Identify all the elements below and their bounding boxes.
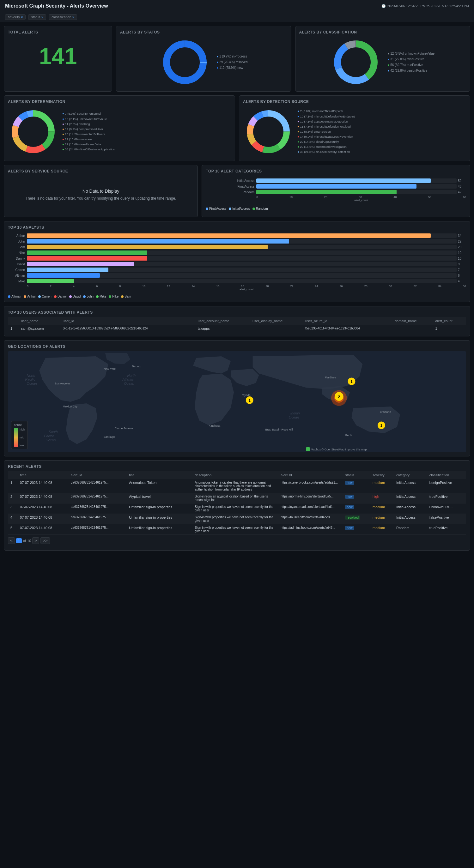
users-col-domain: domain_name <box>392 317 433 325</box>
svg-text:Ocean: Ocean <box>46 438 56 442</box>
svg-text:2: 2 <box>338 395 340 399</box>
alerts-by-classification-title: Alerts by Classification <box>299 30 466 34</box>
panel-top10-analysts: Top 10 Analysts Arthur 34 John 22 Sam 20 <box>4 221 470 302</box>
status-legend-1: ● 1 (0.7%) inProgress <box>216 54 247 59</box>
detect-legend-2: ● 10 (7.1%) microsoftDefenderForEndpoint <box>297 114 355 119</box>
users-col-userid: user_id <box>60 317 195 325</box>
header: Microsoft Graph Security - Alerts Overvi… <box>0 0 474 12</box>
table-row: 5 07-07-2023 14:40:08 da6378687514234619… <box>8 524 466 535</box>
users-col-account: user_account_name <box>195 317 250 325</box>
svg-text:Brisbane: Brisbane <box>380 410 391 413</box>
count-gradient <box>14 428 18 447</box>
svg-text:Ocean: Ocean <box>124 381 134 385</box>
service-source-title: Alerts by Service Source <box>8 169 194 174</box>
col-description: description <box>192 471 278 479</box>
filter-classification[interactable]: classification <box>49 14 77 20</box>
pagination-current: 1 <box>16 538 22 543</box>
detect-legend-5: ● 12 (8.5%) smartScreen <box>297 129 355 134</box>
table-row: 1 07-07-2023 14:40:08 da6378687514234619… <box>8 479 466 493</box>
col-time: time <box>18 471 68 479</box>
row-2: Alerts by Determination <box>4 95 470 161</box>
svg-text:Toronto: Toronto <box>132 365 141 368</box>
total-alerts-title: Total Alerts <box>8 30 108 34</box>
svg-text:Los Angeles: Los Angeles <box>55 382 70 385</box>
recent-alerts-title: Recent Alerts <box>8 464 466 469</box>
geo-locations-title: Geo Locations of Alerts <box>8 344 466 349</box>
analyst-bar-arthur: Arthur 34 <box>8 234 466 238</box>
determ-legend-1: ● 7 (5.0%) securityPersonnel <box>62 111 115 116</box>
svg-text:North: North <box>27 374 35 377</box>
detect-legend-9: ● 35 (24.8%) azureAdIdentityProtection <box>297 149 355 154</box>
analyst-bar-danny: Danny 10 <box>8 256 466 260</box>
class-legend-1: ● 12 (8.5%) unknownFutureValue <box>387 51 435 57</box>
col-title: title <box>126 471 192 479</box>
svg-point-27 <box>254 117 283 146</box>
svg-text:Indian: Indian <box>290 411 300 415</box>
panel-total-alerts: Total Alerts 141 <box>4 26 112 92</box>
svg-text:South: South <box>49 430 58 434</box>
filter-severity[interactable]: severity <box>5 14 26 20</box>
col-status: status <box>343 471 370 479</box>
map-area: North Pacific Ocean North Atlantic Ocean… <box>8 351 466 452</box>
panel-alerts-by-service: Alerts by Service Source No Data to Disp… <box>4 165 198 217</box>
svg-point-3 <box>170 48 199 77</box>
page-title: Microsoft Graph Security - Alerts Overvi… <box>5 3 108 9</box>
svg-text:Kinshasa: Kinshasa <box>209 424 220 427</box>
svg-text:Atlantic: Atlantic <box>122 377 134 381</box>
svg-point-17 <box>19 117 48 146</box>
determ-legend-7: ● 22 (15.6%) insufficientData <box>62 142 115 147</box>
pagination-last[interactable]: >> <box>40 537 50 544</box>
users-table: user_name user_id user_account_name user… <box>8 317 466 332</box>
determ-legend-8: ● 35 (24.8%) lineOfBusinessApplication <box>62 147 115 152</box>
table-row: 4 07-07-2023 14:40:08 da6378687514234619… <box>8 514 466 524</box>
users-col-username: user_name <box>18 317 60 325</box>
count-legend: count high mid low <box>11 421 28 449</box>
row-6: Geo Locations of Alerts <box>4 340 470 457</box>
analyst-bar-nike: Nike 10 <box>8 250 466 255</box>
users-col-num <box>8 317 18 325</box>
class-legend-3: ● 56 (39.7%) truePositive <box>387 62 435 68</box>
count-legend-title: count <box>14 423 25 427</box>
svg-text:1: 1 <box>249 399 250 402</box>
col-alerturl: alertUrl <box>278 471 343 479</box>
detect-legend-8: ● 22 (15.6%) automatedInvestigation <box>297 144 355 149</box>
analyst-bar-sam: Sam 20 <box>8 245 466 249</box>
categories-x-label: alert_count <box>256 199 466 202</box>
row-7: Recent Alerts time alert_id title descri… <box>4 460 470 551</box>
col-num <box>8 471 18 479</box>
pagination-next[interactable]: > <box>32 537 39 544</box>
pagination: < 1 of 10 > >> <box>8 535 466 547</box>
detect-legend-1: ● 7 (5.0%) microsoftThreatExperts <box>297 108 355 114</box>
col-classification: classification <box>427 471 466 479</box>
class-legend-2: ● 31 (22.0%) falsePositive <box>387 57 435 62</box>
panel-alerts-by-classification: Alerts by Classification <box>295 26 470 92</box>
pagination-of: of <box>23 539 26 542</box>
table-row: 1 sam@xyz.com S-1-12-1-4125633013-133898… <box>8 325 466 332</box>
svg-point-8 <box>341 48 371 77</box>
svg-text:Maldives: Maldives <box>325 376 336 379</box>
pagination-first[interactable]: < <box>8 537 15 544</box>
filter-status[interactable]: status <box>28 14 46 20</box>
analyst-bar-carren: Carren 7 <box>8 268 466 272</box>
pagination-total: 10 <box>27 539 31 542</box>
svg-text:Mexico City: Mexico City <box>63 405 78 408</box>
panel-alerts-by-determination: Alerts by Determination <box>4 95 235 161</box>
detect-legend-3: ● 10 (7.1%) appGovernanceDetection <box>297 119 355 124</box>
svg-text:Perth: Perth <box>346 434 352 437</box>
table-row: 3 07-07-2023 14:40:08 da6378687514234619… <box>8 503 466 514</box>
svg-rect-63 <box>306 447 310 451</box>
users-col-azure: user_azure_id <box>303 317 392 325</box>
total-alerts-count: 141 <box>8 37 108 75</box>
determ-legend-5: ● 20 (14.2%) unwantedSoftware <box>62 132 115 137</box>
class-legend-4: ● 42 (29.8%) benignPositive <box>387 68 435 73</box>
status-legend-3: ● 112 (78.9%) new <box>216 65 247 71</box>
no-data-display: No Data to Display There is no data for … <box>8 176 194 213</box>
table-row: 2 07-07-2023 14:40:08 da6378687514234619… <box>8 493 466 503</box>
row-3: Alerts by Service Source No Data to Disp… <box>4 165 470 217</box>
row-4: Top 10 Analysts Arthur 34 John 22 Sam 20 <box>4 221 470 302</box>
svg-text:Rio de Janeiro: Rio de Janeiro <box>115 427 133 430</box>
dashboard: Total Alerts 141 Alerts by Status <box>0 22 474 558</box>
detect-legend-7: ● 20 (14.2%) cloudAppSecurity <box>297 139 355 144</box>
alerts-by-status-title: Alerts by Status <box>120 30 287 34</box>
col-severity: severity <box>370 471 394 479</box>
